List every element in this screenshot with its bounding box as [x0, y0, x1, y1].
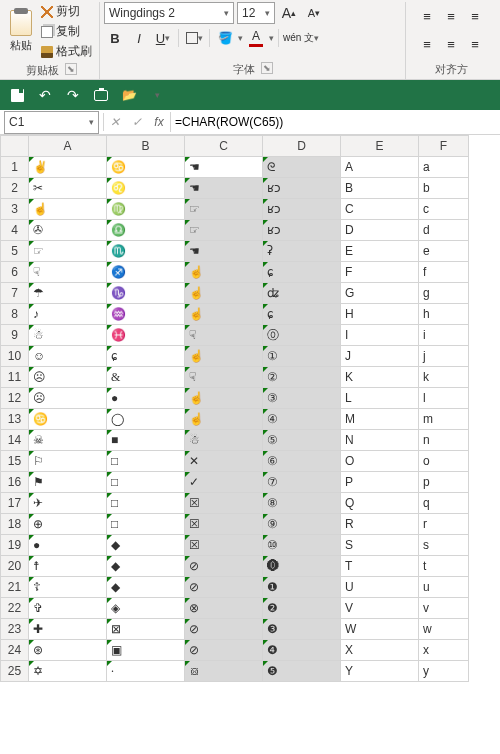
cell-F5[interactable]: e [419, 241, 469, 262]
cell-F23[interactable]: w [419, 619, 469, 640]
cell-D16[interactable]: ⑦ [263, 472, 341, 493]
cell-D4[interactable]: ʁɔ [263, 220, 341, 241]
align-bottom-button[interactable]: ≡ [464, 6, 486, 26]
align-left-button[interactable]: ≡ [416, 34, 438, 54]
cell-D5[interactable]: ʡ [263, 241, 341, 262]
cell-A23[interactable]: ✚ [29, 619, 107, 640]
cell-B16[interactable]: □ [107, 472, 185, 493]
cell-D25[interactable]: ❺ [263, 661, 341, 682]
cell-E10[interactable]: J [341, 346, 419, 367]
name-box[interactable]: C1 ▾ [4, 111, 99, 134]
cell-B10[interactable]: ɕ [107, 346, 185, 367]
cell-F9[interactable]: i [419, 325, 469, 346]
cell-C21[interactable]: ⊘ [185, 577, 263, 598]
cell-F10[interactable]: j [419, 346, 469, 367]
cell-C18[interactable]: ☒ [185, 514, 263, 535]
cell-D18[interactable]: ⑨ [263, 514, 341, 535]
row-header-6[interactable]: 6 [1, 262, 29, 283]
cell-D1[interactable]: ᘓ [263, 157, 341, 178]
cell-C2[interactable]: ☚ [185, 178, 263, 199]
cell-A11[interactable]: ☹ [29, 367, 107, 388]
cell-B4[interactable]: ♎ [107, 220, 185, 241]
row-header-19[interactable]: 19 [1, 535, 29, 556]
cell-A10[interactable]: ☺ [29, 346, 107, 367]
cell-C16[interactable]: ✓ [185, 472, 263, 493]
cell-D10[interactable]: ① [263, 346, 341, 367]
cell-F7[interactable]: g [419, 283, 469, 304]
open-button[interactable]: 📂 [120, 86, 138, 104]
cell-F19[interactable]: s [419, 535, 469, 556]
cell-C9[interactable]: ☟ [185, 325, 263, 346]
cell-C7[interactable]: ☝ [185, 283, 263, 304]
col-header-A[interactable]: A [29, 136, 107, 157]
col-header-E[interactable]: E [341, 136, 419, 157]
row-header-23[interactable]: 23 [1, 619, 29, 640]
cell-B14[interactable]: ■ [107, 430, 185, 451]
cell-A8[interactable]: ♪ [29, 304, 107, 325]
font-name-select[interactable]: Wingdings 2 ▾ [104, 2, 234, 24]
cell-B6[interactable]: ♐ [107, 262, 185, 283]
cell-A15[interactable]: ⚐ [29, 451, 107, 472]
cell-D3[interactable]: ʁɔ [263, 199, 341, 220]
row-header-17[interactable]: 17 [1, 493, 29, 514]
copy-button[interactable]: 复制 [38, 22, 95, 41]
cell-E19[interactable]: S [341, 535, 419, 556]
formula-input[interactable] [170, 112, 500, 132]
cell-A2[interactable]: ✂ [29, 178, 107, 199]
cell-A4[interactable]: ✇ [29, 220, 107, 241]
font-launcher[interactable]: ⬊ [261, 62, 273, 74]
cell-E25[interactable]: Y [341, 661, 419, 682]
row-header-4[interactable]: 4 [1, 220, 29, 241]
cell-F20[interactable]: t [419, 556, 469, 577]
cell-F12[interactable]: l [419, 388, 469, 409]
cell-E11[interactable]: K [341, 367, 419, 388]
cell-B5[interactable]: ♏ [107, 241, 185, 262]
cell-E13[interactable]: M [341, 409, 419, 430]
cell-C6[interactable]: ☝ [185, 262, 263, 283]
cell-A24[interactable]: ⊛ [29, 640, 107, 661]
cell-F3[interactable]: c [419, 199, 469, 220]
cell-B3[interactable]: ♍ [107, 199, 185, 220]
cell-F4[interactable]: d [419, 220, 469, 241]
cell-F6[interactable]: f [419, 262, 469, 283]
cell-D13[interactable]: ④ [263, 409, 341, 430]
col-header-F[interactable]: F [419, 136, 469, 157]
cell-B22[interactable]: ◈ [107, 598, 185, 619]
cell-F14[interactable]: n [419, 430, 469, 451]
cell-D8[interactable]: ɕ [263, 304, 341, 325]
fill-color-button[interactable]: 🪣 [214, 28, 236, 48]
cell-F2[interactable]: b [419, 178, 469, 199]
col-header-C[interactable]: C [185, 136, 263, 157]
cell-A14[interactable]: ☠ [29, 430, 107, 451]
cell-A1[interactable]: ✌ [29, 157, 107, 178]
cell-C12[interactable]: ☝ [185, 388, 263, 409]
cell-D19[interactable]: ⑩ [263, 535, 341, 556]
cell-E6[interactable]: F [341, 262, 419, 283]
cell-C4[interactable]: ☞ [185, 220, 263, 241]
shrink-font-button[interactable]: A▾ [303, 3, 325, 23]
cell-A12[interactable]: ☹ [29, 388, 107, 409]
cell-C24[interactable]: ⊘ [185, 640, 263, 661]
cell-F11[interactable]: k [419, 367, 469, 388]
cell-C13[interactable]: ☝ [185, 409, 263, 430]
cell-E4[interactable]: D [341, 220, 419, 241]
row-header-24[interactable]: 24 [1, 640, 29, 661]
row-header-13[interactable]: 13 [1, 409, 29, 430]
cell-E21[interactable]: U [341, 577, 419, 598]
cell-D14[interactable]: ⑤ [263, 430, 341, 451]
cell-E2[interactable]: B [341, 178, 419, 199]
cell-E1[interactable]: A [341, 157, 419, 178]
cell-D6[interactable]: ɕ [263, 262, 341, 283]
cell-D17[interactable]: ⑧ [263, 493, 341, 514]
col-header-D[interactable]: D [263, 136, 341, 157]
cell-B17[interactable]: □ [107, 493, 185, 514]
cell-D15[interactable]: ⑥ [263, 451, 341, 472]
row-header-11[interactable]: 11 [1, 367, 29, 388]
paste-button[interactable]: 粘贴 [8, 8, 34, 55]
cell-C14[interactable]: ☃ [185, 430, 263, 451]
border-button[interactable]: ▾ [183, 28, 205, 48]
cell-E18[interactable]: R [341, 514, 419, 535]
italic-button[interactable]: I [128, 28, 150, 48]
screenshot-button[interactable] [92, 86, 110, 104]
cell-B24[interactable]: ▣ [107, 640, 185, 661]
